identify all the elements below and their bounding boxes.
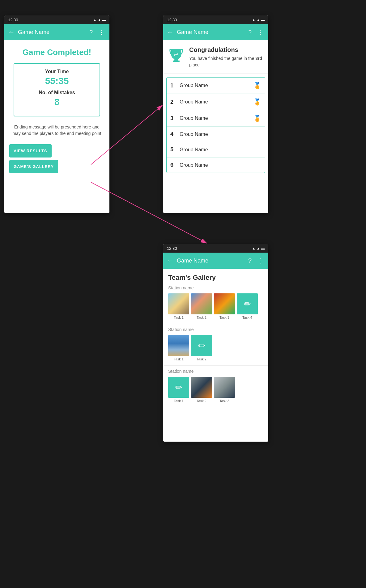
stats-box: Your Time 55:35 No. of Mistakes 8 (14, 63, 100, 116)
status-time-2: 12:30 (167, 18, 177, 22)
gallery-thumb-2-2: ✏ (191, 335, 212, 356)
congrats-message: You have finished the game in the 3rd pl… (189, 55, 263, 68)
result-name-3: Group Name (180, 116, 253, 121)
edit-icon-3-1: ✏ (175, 382, 182, 393)
mistakes-value: 8 (22, 97, 92, 107)
status-bar-1: 12:30 ▲ ▲ ▬ (4, 15, 109, 24)
app-title-1: Game Name (18, 29, 85, 36)
wifi-icon-3: ▲ (252, 246, 255, 250)
gallery-task-label-1-1: Task 1 (174, 316, 184, 319)
gallery-grid-3: ✏ Task 1 Task 2 Task 3 (163, 375, 268, 406)
result-name-5: Group Name (180, 147, 261, 153)
status-time-3: 12:30 (167, 246, 177, 251)
result-row-3: 3 Group Name 🏅 (167, 110, 265, 127)
trophy-icon (168, 46, 185, 66)
gallery-task-label-3-3: Task 3 (219, 399, 229, 403)
edit-icon-2-2: ✏ (198, 341, 205, 351)
svg-rect-1 (173, 61, 180, 62)
battery-icon: ▬ (102, 18, 106, 22)
result-num-4: 4 (170, 131, 180, 137)
gallery-station-2: Station name Task 1 ✏ Task 2 (163, 325, 268, 366)
help-icon-3[interactable]: ? (247, 256, 253, 266)
status-icons-3: ▲ ▲ ▬ (252, 246, 265, 250)
gallery-task-label-2-2: Task 2 (197, 357, 206, 361)
gallery-item-1-2[interactable]: Task 2 (191, 293, 212, 319)
gallery-task-label-1-2: Task 2 (197, 316, 206, 319)
menu-icon-2[interactable]: ⋮ (256, 27, 265, 37)
result-num-6: 6 (170, 162, 180, 168)
game-completed-title: Game Completed! (4, 40, 109, 61)
battery-icon-2: ▬ (261, 18, 265, 22)
wifi-icon: ▲ (93, 18, 96, 22)
status-bar-3: 12:30 ▲ ▲ ▬ (163, 244, 268, 253)
time-value: 55:35 (22, 76, 92, 86)
results-list: 1 Group Name 🏅 2 Group Name 🏅 3 Group Na… (166, 77, 265, 173)
back-button-2[interactable]: ← (167, 28, 174, 36)
gallery-grid-1: Task 1 Task 2 Task 3 ✏ (163, 292, 268, 322)
your-time-label: Your Time (22, 69, 92, 74)
app-bar-3: ← Game Name ? ⋮ (163, 253, 268, 269)
result-name-2: Group Name (180, 99, 253, 105)
congrats-title: Congradulations (189, 46, 263, 53)
app-title-2: Game Name (177, 29, 244, 36)
gallery-item-1-4[interactable]: ✏ Task 4 (237, 293, 258, 319)
signal-icon-3: ▲ (257, 246, 260, 250)
back-button-1[interactable]: ← (8, 28, 15, 36)
medal-gold-1: 🏅 (253, 82, 261, 89)
gallery-thumb-3-1: ✏ (168, 377, 189, 398)
gallery-item-3-1[interactable]: ✏ Task 1 (168, 377, 189, 403)
gallery-item-2-2[interactable]: ✏ Task 2 (191, 335, 212, 361)
app-bar-1: ← Game Name ? ⋮ (4, 24, 109, 40)
station-label-1: Station name (163, 283, 268, 292)
gallery-thumb-2-1 (168, 335, 189, 356)
congrats-section: Congradulations You have finished the ga… (163, 40, 268, 74)
back-button-3[interactable]: ← (167, 257, 174, 265)
menu-icon-1[interactable]: ⋮ (97, 27, 106, 37)
help-icon-1[interactable]: ? (88, 27, 94, 37)
gallery-task-label-2-1: Task 1 (174, 357, 184, 361)
gallery-item-1-1[interactable]: Task 1 (168, 293, 189, 319)
congrats-text: Congradulations You have finished the ga… (189, 46, 263, 68)
gallery-thumb-1-2 (191, 293, 212, 314)
gallery-title: Team's Gallery (163, 269, 268, 283)
battery-icon-3: ▬ (261, 246, 265, 250)
gallery-task-label-3-1: Task 1 (174, 399, 184, 403)
gallery-item-2-1[interactable]: Task 1 (168, 335, 189, 361)
result-name-1: Group Name (180, 83, 253, 88)
medal-bronze-3: 🏅 (253, 115, 261, 122)
app-bar-2: ← Game Name ? ⋮ (163, 24, 268, 40)
screen1-game-completed: 12:30 ▲ ▲ ▬ ← Game Name ? ⋮ Game Complet… (4, 15, 109, 213)
view-results-button[interactable]: VIEW RESULTS (9, 144, 52, 158)
status-icons-2: ▲ ▲ ▬ (252, 18, 265, 22)
result-row-5: 5 Group Name (167, 142, 265, 158)
gallery-task-label-1-4: Task 4 (242, 316, 252, 319)
signal-icon-2: ▲ (257, 18, 260, 22)
wifi-icon-2: ▲ (252, 18, 255, 22)
help-icon-2[interactable]: ? (247, 27, 253, 37)
gallery-item-3-2[interactable]: Task 2 (191, 377, 212, 403)
gallery-thumb-1-4: ✏ (237, 293, 258, 314)
menu-icon-3[interactable]: ⋮ (256, 256, 265, 266)
edit-icon-1-4: ✏ (244, 299, 251, 309)
gallery-thumb-3-3 (214, 377, 235, 398)
result-row-4: 4 Group Name (167, 127, 265, 142)
result-row-6: 6 Group Name (167, 158, 265, 173)
status-bar-2: 12:30 ▲ ▲ ▬ (163, 15, 268, 24)
mistakes-label: No. of Mistakes (22, 90, 92, 95)
gallery-station-1: Station name Task 1 Task 2 (163, 283, 268, 324)
result-name-6: Group Name (180, 162, 261, 168)
gallery-item-1-3[interactable]: Task 3 (214, 293, 235, 319)
gallery-thumb-1-3 (214, 293, 235, 314)
screen2-results: 12:30 ▲ ▲ ▬ ← Game Name ? ⋮ Congradulati… (163, 15, 268, 213)
gallery-station-3: Station name ✏ Task 1 Task 2 (163, 366, 268, 407)
station-label-3: Station name (163, 366, 268, 375)
result-name-4: Group Name (180, 132, 261, 137)
gallery-button[interactable]: GAME'S GALLERY (9, 160, 58, 173)
medal-silver-2: 🏅 (253, 98, 261, 106)
result-num-1: 1 (170, 82, 180, 89)
status-icons-1: ▲ ▲ ▬ (93, 18, 106, 22)
screen3-gallery: 12:30 ▲ ▲ ▬ ← Game Name ? ⋮ Team's Galle… (163, 244, 268, 442)
gallery-thumb-1-1 (168, 293, 189, 314)
gallery-task-label-1-3: Task 3 (219, 316, 229, 319)
gallery-item-3-3[interactable]: Task 3 (214, 377, 235, 403)
